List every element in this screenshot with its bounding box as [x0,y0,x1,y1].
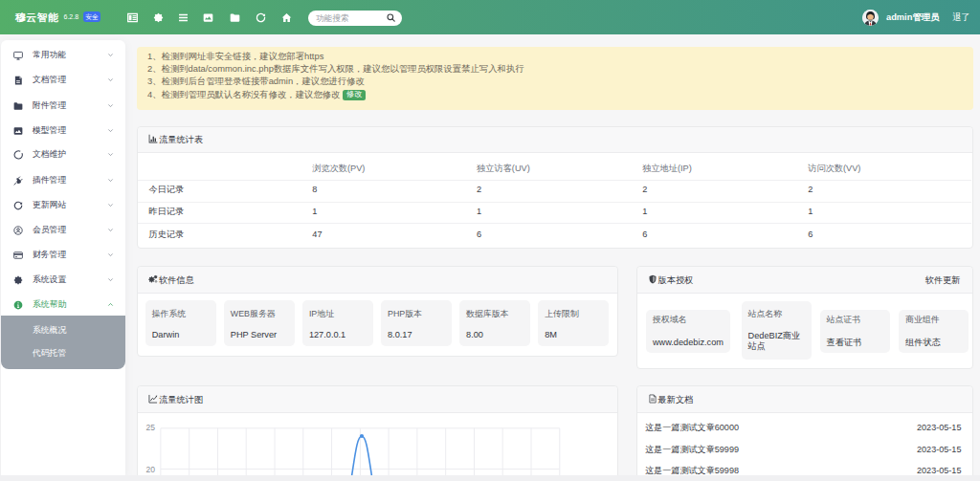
svg-text:20: 20 [146,464,156,473]
svg-text:25: 25 [146,422,156,431]
